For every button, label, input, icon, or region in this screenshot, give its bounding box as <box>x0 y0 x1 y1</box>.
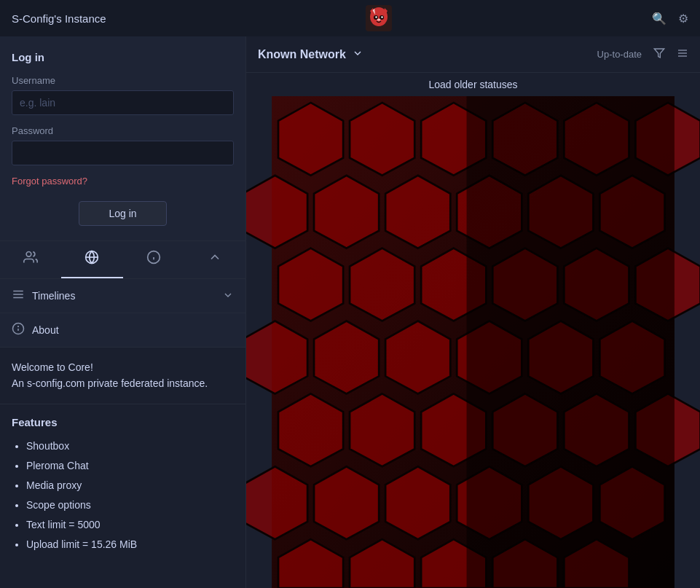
feature-pleroma-chat: Pleroma Chat <box>26 458 234 474</box>
menu-icon[interactable] <box>677 47 688 61</box>
about-label: About <box>32 324 59 336</box>
feature-text-limit: Text limit = 5000 <box>26 517 234 533</box>
hex-svg <box>246 96 700 588</box>
info-icon <box>146 250 161 268</box>
password-input[interactable] <box>12 141 234 165</box>
tab-collapse[interactable] <box>184 241 245 278</box>
tab-info[interactable] <box>123 241 184 278</box>
hex-background <box>246 96 700 588</box>
username-input[interactable] <box>12 90 234 115</box>
top-nav: S-Config's Instance <box>0 0 700 36</box>
tab-users[interactable] <box>0 241 61 278</box>
feature-shoutbox: Shoutbox <box>26 439 234 454</box>
feature-upload-limit: Upload limit = 15.26 MiB <box>26 537 234 552</box>
nav-about[interactable]: About <box>0 313 245 347</box>
users-icon <box>23 250 38 268</box>
feature-scope-options: Scope options <box>26 498 234 513</box>
description-section: Welcome to Core! An s-config.com private… <box>0 348 245 404</box>
nav-timelines-left: Timelines <box>12 288 75 304</box>
content-header: Known Network Up-to-date <box>246 36 700 73</box>
features-title: Features <box>12 416 234 428</box>
timelines-icon <box>12 288 25 304</box>
title-dropdown-icon[interactable] <box>352 47 363 62</box>
app-title: S-Config's Instance <box>12 12 106 25</box>
subtitle-text: An s-config.com private federated instan… <box>12 375 234 391</box>
search-icon[interactable] <box>652 11 666 26</box>
svg-point-8 <box>382 16 383 17</box>
content-header-left: Known Network <box>258 47 363 62</box>
sidebar: Log in Username Password Forgot password… <box>0 36 246 588</box>
username-label: Username <box>12 75 234 86</box>
app-logo <box>364 4 393 33</box>
load-older-button[interactable]: Load older statuses <box>246 73 700 96</box>
main-body: Log in Username Password Forgot password… <box>0 36 700 588</box>
login-panel: Log in Username Password Forgot password… <box>0 36 245 241</box>
svg-marker-22 <box>654 49 664 58</box>
filter-icon[interactable] <box>653 47 665 61</box>
forgot-password-link[interactable]: Forgot password? <box>12 176 234 187</box>
content-area: Known Network Up-to-date <box>246 36 700 588</box>
password-label: Password <box>12 125 234 136</box>
nav-about-section: About <box>0 313 245 348</box>
feature-media-proxy: Media proxy <box>26 478 234 493</box>
nav-timelines[interactable]: Timelines <box>0 279 245 313</box>
tab-globe[interactable] <box>61 241 122 278</box>
login-title: Log in <box>12 51 234 63</box>
svg-point-9 <box>377 19 381 21</box>
settings-icon[interactable] <box>678 11 688 26</box>
svg-point-7 <box>376 16 377 17</box>
collapse-icon <box>208 250 222 268</box>
login-button[interactable]: Log in <box>79 201 166 226</box>
timelines-chevron-icon <box>222 289 234 303</box>
globe-icon <box>84 250 99 268</box>
status-text: Up-to-date <box>597 49 642 60</box>
timelines-label: Timelines <box>32 290 75 302</box>
nav-about-left: About <box>12 322 59 338</box>
svg-point-10 <box>26 252 31 257</box>
svg-rect-68 <box>467 96 675 588</box>
content-title: Known Network <box>258 48 346 61</box>
content-header-right: Up-to-date <box>597 47 688 61</box>
features-section: Features Shoutbox Pleroma Chat Media pro… <box>0 404 245 564</box>
sidebar-tab-bar <box>0 241 245 279</box>
features-list: Shoutbox Pleroma Chat Media proxy Scope … <box>12 439 234 552</box>
welcome-text: Welcome to Core! <box>12 359 234 375</box>
about-icon <box>12 322 25 338</box>
top-nav-actions <box>652 11 688 26</box>
nav-section: Timelines <box>0 279 245 313</box>
